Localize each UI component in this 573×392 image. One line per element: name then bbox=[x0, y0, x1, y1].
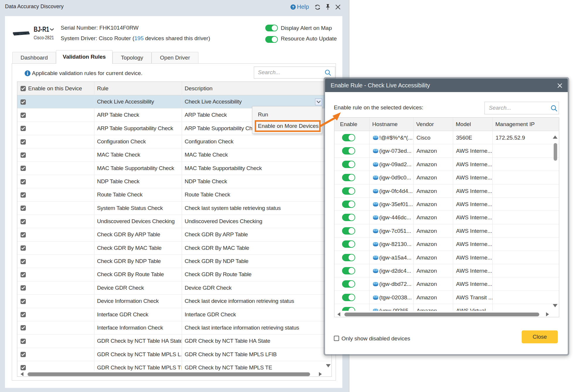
svg-text:?: ? bbox=[292, 5, 294, 9]
